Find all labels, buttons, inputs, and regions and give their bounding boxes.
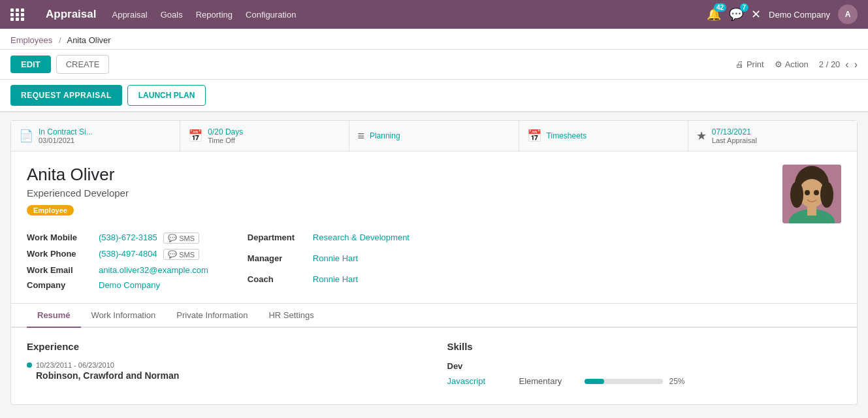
planning-label: Planning [370, 131, 400, 140]
appraisal-date: 07/13/2021 [712, 127, 757, 137]
employee-photo-svg [782, 165, 841, 223]
smart-btn-timeoff[interactable]: 📅 0/20 Days Time Off [180, 121, 349, 151]
svg-rect-6 [807, 205, 816, 216]
sms-icon-2: 💬 [168, 250, 177, 259]
employee-badge: Employee [27, 205, 74, 216]
nav-links: Appraisal Goals Reporting Configuration [112, 10, 691, 20]
nav-reporting[interactable]: Reporting [196, 10, 233, 20]
appraisal-star-icon: ★ [696, 129, 707, 143]
top-nav: Appraisal Appraisal Goals Reporting Conf… [0, 0, 868, 29]
left-fields: Work Mobile (538)-672-3185 💬 SMS Work Ph… [27, 233, 208, 290]
company-name[interactable]: Demo Company [769, 10, 830, 20]
svg-point-8 [814, 190, 819, 195]
timeoff-icon: 📅 [188, 129, 202, 143]
company-label: Company [27, 280, 99, 290]
experience-title: Experience [27, 341, 421, 352]
smart-btn-timesheets[interactable]: 📅 Timesheets [519, 121, 688, 151]
sms-icon-1: 💬 [168, 234, 177, 242]
experience-section: Experience 10/23/2011 - 06/23/2010 Robin… [27, 341, 421, 391]
toolbar-right: 🖨 Print ⚙ Action 2 / 20 ‹ › [735, 59, 858, 71]
timeoff-label: 0/20 Days [208, 127, 243, 137]
gear-icon: ⚙ [775, 59, 782, 69]
action-bar: REQUEST APPRAISAL LAUNCH PLAN [0, 80, 868, 112]
app-title[interactable]: Appraisal [46, 8, 96, 21]
work-mobile-label: Work Mobile [27, 233, 99, 242]
notifications-badge: 42 [714, 3, 726, 12]
smart-buttons: 📄 In Contract Si... 03/01/2021 📅 0/20 Da… [11, 121, 857, 152]
work-email-value[interactable]: anita.oliver32@example.com [99, 265, 208, 275]
skills-title: Skills [447, 341, 842, 352]
launch-plan-button[interactable]: LAUNCH PLAN [127, 85, 206, 106]
skill-category-dev: Dev [447, 361, 842, 371]
work-email-label: Work Email [27, 265, 99, 275]
manager-label: Manager [248, 253, 313, 263]
pager: 2 / 20 ‹ › [819, 59, 858, 71]
skill-row-javascript: Javascript Elementary 25% [447, 376, 842, 386]
svg-point-4 [820, 182, 833, 208]
tab-hr-settings[interactable]: HR Settings [258, 304, 324, 328]
nav-goals[interactable]: Goals [161, 10, 183, 20]
print-action[interactable]: 🖨 Print [735, 59, 764, 69]
contract-date: 03/01/2021 [39, 137, 93, 144]
tabs-bar: Resumé Work Information Private Informat… [11, 304, 857, 328]
work-phone-label: Work Phone [27, 249, 99, 259]
main-card: 📄 In Contract Si... 03/01/2021 📅 0/20 Da… [10, 120, 858, 405]
edit-button[interactable]: EDIT [10, 56, 51, 73]
right-fields: Department Research & Development Manage… [248, 233, 410, 290]
smart-btn-appraisal[interactable]: ★ 07/13/2021 Last Appraisal [688, 121, 857, 151]
tab-work-information[interactable]: Work Information [81, 304, 167, 328]
tab-private-information[interactable]: Private Information [166, 304, 258, 328]
pager-next[interactable]: › [854, 59, 858, 71]
svg-point-3 [790, 182, 803, 208]
breadcrumb-parent[interactable]: Employees [10, 35, 52, 45]
print-icon: 🖨 [735, 59, 744, 69]
tab-resume[interactable]: Resumé [27, 304, 81, 328]
close-icon[interactable]: ✕ [751, 7, 761, 22]
tab-content-resume: Experience 10/23/2011 - 06/23/2010 Robin… [11, 328, 857, 404]
timesheets-icon: 📅 [527, 129, 541, 143]
department-label: Department [248, 233, 313, 242]
skills-section: Skills Dev Javascript Elementary 25% [447, 341, 842, 391]
skill-bar-container [585, 379, 663, 384]
manager-value[interactable]: Ronnie Hart [313, 253, 410, 263]
contract-icon: 📄 [19, 129, 33, 143]
nav-appraisal[interactable]: Appraisal [112, 10, 147, 20]
work-mobile-value[interactable]: (538)-672-3185 [99, 233, 157, 242]
nav-configuration[interactable]: Configuration [246, 10, 296, 20]
work-phone-value[interactable]: (538)-497-4804 [99, 249, 157, 259]
employee-left: Anita Oliver Experienced Developer Emplo… [27, 165, 767, 290]
skill-bar-fill [585, 379, 604, 384]
breadcrumb: Employees / Anita Oliver [0, 29, 868, 50]
exp-company: Robinson, Crawford and Norman [27, 370, 421, 381]
appraisal-sublabel: Last Appraisal [712, 137, 757, 144]
timeoff-sublabel: Time Off [208, 137, 243, 144]
employee-name: Anita Oliver [27, 165, 767, 185]
breadcrumb-current: Anita Oliver [67, 35, 110, 45]
toolbar: EDIT CREATE 🖨 Print ⚙ Action 2 / 20 ‹ › [0, 50, 868, 80]
department-value[interactable]: Research & Development [313, 233, 410, 242]
avatar[interactable]: A [838, 5, 858, 24]
pager-text: 2 / 20 [819, 59, 841, 69]
create-button[interactable]: CREATE [56, 55, 110, 74]
skill-name[interactable]: Javascript [447, 376, 513, 386]
work-phone-sms-btn[interactable]: 💬 SMS [163, 249, 199, 260]
smart-btn-planning[interactable]: ≡ Planning [349, 121, 519, 151]
messages-icon[interactable]: 💬 7 [729, 7, 743, 22]
smart-btn-contract[interactable]: 📄 In Contract Si... 03/01/2021 [11, 121, 180, 151]
breadcrumb-separator: / [59, 35, 61, 45]
apps-icon[interactable] [10, 8, 25, 21]
notifications-icon[interactable]: 🔔 42 [707, 7, 721, 22]
action-dropdown[interactable]: ⚙ Action [775, 59, 809, 69]
exp-dot [27, 362, 32, 368]
experience-item: 10/23/2011 - 06/23/2010 Robinson, Crawfo… [27, 361, 421, 381]
employee-info-section: Anita Oliver Experienced Developer Emplo… [11, 152, 857, 304]
contract-label: In Contract Si... [39, 127, 93, 137]
skill-level: Elementary [519, 376, 578, 386]
work-mobile-sms-btn[interactable]: 💬 SMS [163, 233, 199, 244]
messages-badge: 7 [740, 3, 749, 12]
pager-prev[interactable]: ‹ [845, 59, 848, 71]
company-value[interactable]: Demo Company [99, 280, 208, 290]
request-appraisal-button[interactable]: REQUEST APPRAISAL [10, 85, 122, 106]
exp-date-range: 10/23/2011 - 06/23/2010 [36, 361, 114, 369]
coach-value[interactable]: Ronnie Hart [313, 274, 410, 284]
